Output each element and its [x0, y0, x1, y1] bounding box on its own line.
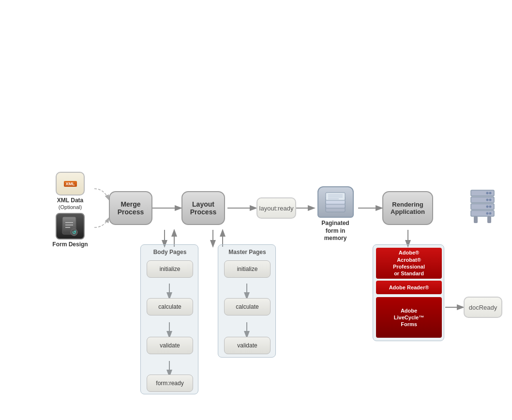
- rendering-application-label: Rendering Application: [391, 201, 425, 215]
- xml-badge: XML: [64, 181, 77, 187]
- adobe-options-container: Adobe®Acrobat®Professionalor Standard Ad…: [373, 244, 444, 341]
- master-pages-title: Master Pages: [218, 249, 276, 255]
- body-calculate: calculate: [147, 298, 193, 315]
- master-initialize: initialize: [224, 260, 271, 278]
- merge-process-box: Merge Process: [109, 191, 152, 225]
- doc-ready-box: docReady: [464, 297, 502, 318]
- doc-ready-label: docReady: [469, 304, 497, 311]
- svg-rect-37: [487, 216, 491, 223]
- layout-process-box: Layout Process: [181, 191, 225, 225]
- adobe-reader-button[interactable]: Adobe Reader®: [376, 281, 442, 294]
- server-icon: [466, 186, 499, 225]
- xml-icon: XML: [56, 172, 85, 195]
- svg-point-44: [489, 212, 492, 215]
- svg-point-43: [486, 206, 489, 208]
- svg-rect-36: [474, 216, 478, 223]
- form-design-label: Form Design: [52, 241, 88, 248]
- diagram-container: XML XML Data (Optional): [0, 0, 512, 420]
- adobe-livecycle-button[interactable]: AdobeLiveCycle™Forms: [376, 297, 442, 338]
- form-design-icon: ↺: [56, 213, 85, 240]
- layout-process-label: Layout Process: [190, 200, 216, 216]
- layout-ready-box: layout:ready: [256, 197, 296, 219]
- adobe-acrobat-button[interactable]: Adobe®Acrobat®Professionalor Standard: [376, 248, 442, 279]
- svg-point-45: [486, 212, 489, 215]
- svg-point-40: [489, 199, 492, 201]
- body-pages-title: Body Pages: [141, 249, 199, 255]
- body-validate: validate: [147, 337, 193, 354]
- svg-point-42: [489, 206, 492, 208]
- svg-point-39: [486, 192, 489, 195]
- rendering-application-box: Rendering Application: [382, 191, 433, 225]
- xml-data-label: XML Data (Optional): [57, 197, 83, 210]
- adobe-reader-label: Adobe Reader®: [389, 285, 429, 290]
- paginated-form-label: Paginatedform inmemory: [321, 220, 349, 242]
- adobe-acrobat-label: Adobe®Acrobat®Professionalor Standard: [393, 249, 425, 277]
- form-design-node: ↺ Form Design: [48, 213, 92, 252]
- body-pages-container: Body Pages initialize calculate validate…: [140, 244, 198, 394]
- layout-ready-label: layout:ready: [259, 205, 294, 212]
- body-initialize: initialize: [147, 260, 193, 278]
- merge-process-label: Merge Process: [118, 200, 144, 216]
- adobe-livecycle-label: AdobeLiveCycle™Forms: [394, 307, 424, 328]
- body-form-ready: form:ready: [147, 375, 193, 392]
- svg-point-38: [489, 192, 492, 195]
- paginated-icon: [317, 186, 354, 218]
- paginated-form-node: Paginatedform inmemory: [314, 186, 357, 242]
- xml-data-node: XML XML Data (Optional): [48, 172, 92, 210]
- master-calculate: calculate: [224, 298, 271, 315]
- master-pages-container: Master Pages initialize calculate valida…: [218, 244, 276, 358]
- svg-text:↺: ↺: [72, 230, 76, 235]
- master-validate: validate: [224, 337, 271, 354]
- svg-rect-28: [326, 193, 345, 200]
- svg-point-41: [486, 199, 489, 201]
